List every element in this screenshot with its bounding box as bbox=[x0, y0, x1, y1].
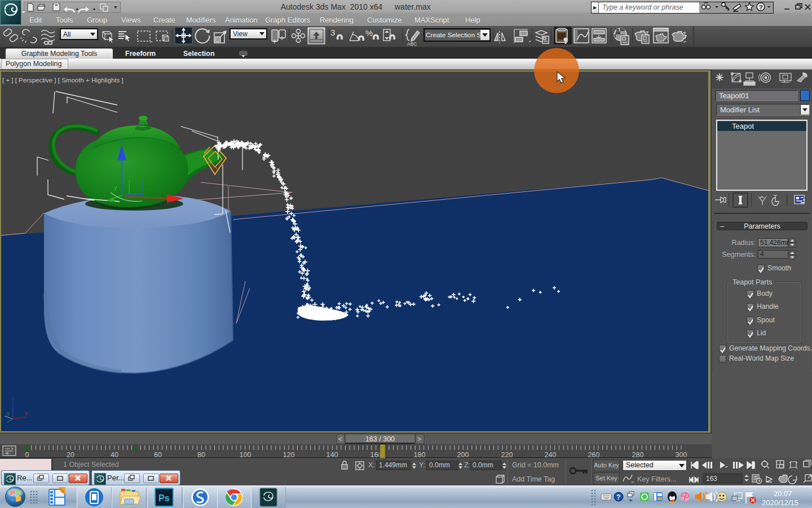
svg-text:200: 200 bbox=[457, 451, 469, 458]
svg-text:>: > bbox=[417, 435, 421, 443]
svg-text:140: 140 bbox=[326, 451, 338, 458]
svg-text:100: 100 bbox=[240, 451, 251, 458]
svg-text:y: y bbox=[7, 410, 10, 417]
svg-text:240: 240 bbox=[545, 451, 557, 458]
svg-text:Ps: Ps bbox=[158, 493, 170, 503]
svg-text:220: 220 bbox=[501, 451, 513, 458]
svg-text:120: 120 bbox=[283, 451, 295, 458]
svg-text:280: 280 bbox=[632, 451, 644, 458]
svg-text:ABC: ABC bbox=[407, 41, 417, 47]
svg-text:40: 40 bbox=[111, 451, 118, 458]
svg-text:?: ? bbox=[616, 493, 620, 501]
svg-text:300: 300 bbox=[676, 451, 687, 458]
svg-text:All: All bbox=[63, 30, 70, 38]
svg-text:%: % bbox=[365, 28, 373, 38]
svg-text:20: 20 bbox=[67, 451, 74, 458]
svg-text:163 / 300: 163 / 300 bbox=[365, 435, 395, 443]
svg-text:80: 80 bbox=[197, 451, 205, 458]
svg-text:Create Selection Se: Create Selection Se bbox=[426, 31, 485, 39]
svg-text:x: x bbox=[25, 410, 28, 417]
svg-text:163: 163 bbox=[706, 475, 717, 483]
svg-text:[ + ] [ Perspective ] [ Smooth: [ + ] [ Perspective ] [ Smooth + Highlig… bbox=[2, 77, 123, 84]
svg-text:<: < bbox=[338, 435, 342, 443]
svg-text:View: View bbox=[233, 30, 248, 38]
svg-text:y: y bbox=[114, 184, 117, 191]
svg-text:180: 180 bbox=[414, 451, 426, 458]
svg-text:3: 3 bbox=[330, 28, 335, 37]
svg-text:20:07: 20:07 bbox=[774, 489, 792, 498]
svg-text:60: 60 bbox=[154, 451, 162, 458]
svg-text:260: 260 bbox=[588, 451, 600, 458]
svg-text:0: 0 bbox=[25, 451, 29, 458]
svg-text:2020/12/15: 2020/12/15 bbox=[762, 498, 798, 507]
svg-text:?: ? bbox=[759, 4, 763, 11]
svg-text:z: z bbox=[119, 137, 122, 143]
